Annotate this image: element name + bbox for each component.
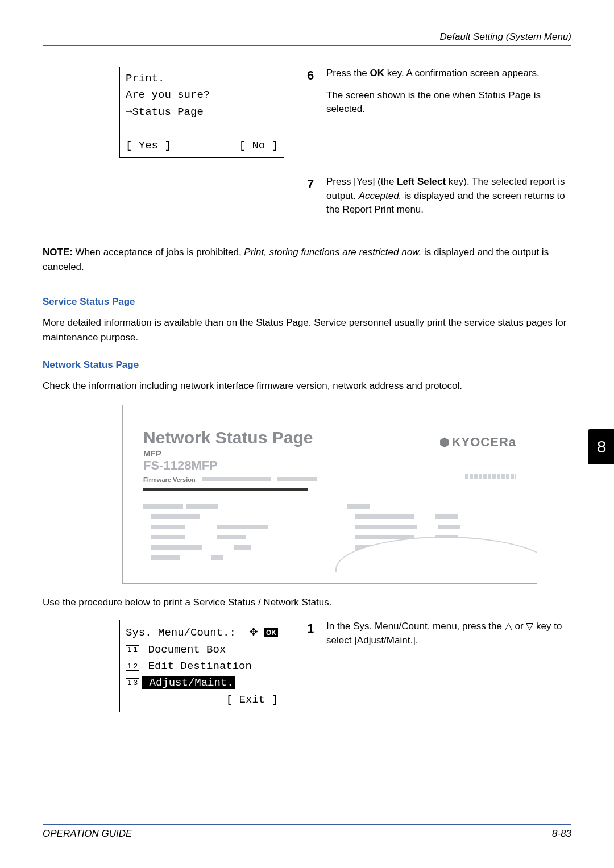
service-status-text: More detailed information is available t… bbox=[43, 315, 571, 344]
figure-subtitle-model: FS-1128MFP bbox=[143, 458, 516, 473]
heading-service-status: Service Status Page bbox=[43, 296, 571, 308]
chapter-tab: 8 bbox=[588, 429, 614, 464]
lcd-no-button[interactable]: [ No ] bbox=[239, 138, 278, 154]
figure-firmware-label: Firmware Version bbox=[143, 476, 196, 483]
lcd-sys-menu: Sys. Menu/Count.: ✥ OK 1 1 Document Box … bbox=[119, 620, 284, 712]
footer-left: OPERATION GUIDE bbox=[43, 828, 132, 840]
footer-page-number: 8-83 bbox=[552, 828, 571, 840]
heading-network-status: Network Status Page bbox=[43, 359, 571, 371]
lcd-menu-item[interactable]: 1 1 Document Box bbox=[126, 642, 278, 658]
lcd-line: Print. bbox=[126, 70, 278, 87]
nav-arrows-icon: ✥ bbox=[249, 624, 258, 640]
lcd-menu-item-selected[interactable]: 1 3 Adjust/Maint. bbox=[126, 675, 278, 691]
kyocera-logo: KYOCERa bbox=[439, 435, 516, 450]
lcd-line: →Status Page bbox=[126, 104, 278, 121]
note-block: NOTE: When acceptance of jobs is prohibi… bbox=[43, 239, 571, 280]
use-procedure-text: Use the procedure below to print a Servi… bbox=[43, 595, 571, 610]
step-6-text: Press the OK key. A confirmation screen … bbox=[326, 67, 571, 117]
network-status-text: Check the information including network … bbox=[43, 379, 571, 393]
step-1-text: In the Sys. Menu/Count. menu, press the … bbox=[326, 620, 571, 647]
figure-subtitle-mfp: MFP bbox=[143, 448, 516, 458]
network-status-sample-figure: KYOCERa Network Status Page MFP FS-1128M… bbox=[122, 405, 537, 584]
page-header: Default Setting (System Menu) bbox=[43, 31, 571, 46]
ok-badge-icon: OK bbox=[264, 628, 278, 637]
lcd-exit-button[interactable]: [ Exit ] bbox=[226, 693, 278, 706]
lcd-yes-button[interactable]: [ Yes ] bbox=[126, 138, 171, 154]
lcd-menu-item[interactable]: 1 2 Edit Destination bbox=[126, 658, 278, 675]
step-number-7: 7 bbox=[307, 175, 324, 193]
lcd-menu-title: Sys. Menu/Count.: bbox=[126, 625, 236, 641]
step-number-6: 6 bbox=[307, 67, 324, 85]
step-7-text: Press [Yes] (the Left Select key). The s… bbox=[326, 175, 571, 217]
step-number-1: 1 bbox=[307, 620, 324, 638]
lcd-confirmation-dialog: Print. Are you sure? →Status Page [ Yes … bbox=[119, 67, 284, 158]
lcd-line: Are you sure? bbox=[126, 87, 278, 103]
